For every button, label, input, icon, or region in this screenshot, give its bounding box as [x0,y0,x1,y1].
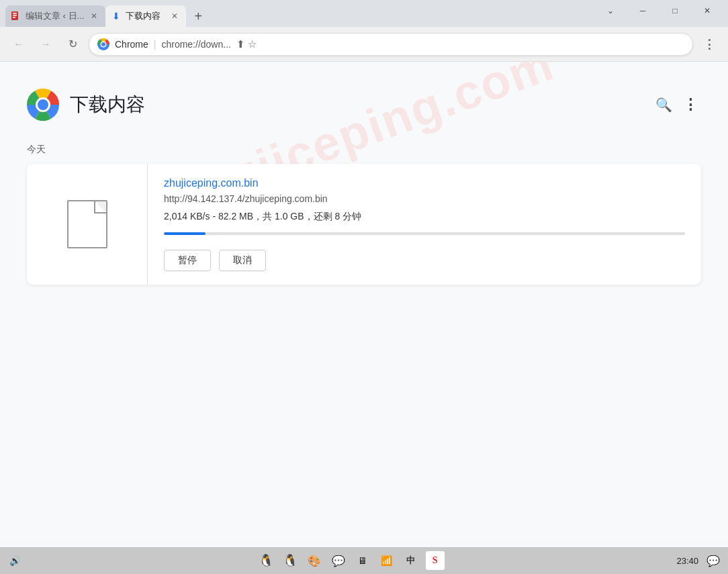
page-more-button[interactable]: ⋮ [680,94,701,115]
tab-strip: 编辑文章 ‹ 日... ✕ ⬇ 下载内容 ✕ + [0,0,590,27]
address-separator: | [154,39,156,50]
bookmark-icon[interactable]: ☆ [248,38,257,50]
chrome-site-icon [97,38,109,50]
taskbar-wechat-icon[interactable]: 💬 [329,551,348,570]
tab-downloads-title: 下载内容 [126,10,165,22]
tab-editor-title: 编辑文章 ‹ 日... [26,10,84,22]
taskbar-right: 23:40 💬 [676,551,723,570]
download-url: http://94.142.137.4/zhujiceping.com.bin [164,193,685,204]
share-icon[interactable]: ⬆ [236,38,245,50]
reload-button[interactable]: ↻ [62,34,83,55]
progress-bar-container [164,232,685,235]
tab-downloads-close[interactable]: ✕ [169,10,181,22]
tab-editor-close[interactable]: ✕ [88,10,100,22]
svg-rect-1 [13,13,17,14]
toolbar-right: ⋮ [698,34,720,55]
new-tab-button[interactable]: + [189,7,208,26]
download-filename[interactable]: zhujiceping.com.bin [164,177,685,189]
taskbar-left: 🔊 [5,551,24,570]
taskbar-sogou-icon[interactable]: S [426,551,445,570]
toolbar: ← → ↻ Chrome | chrome://down... ⬆ ☆ ⋮ [0,27,728,62]
page-title-area: 下载内容 [27,89,145,121]
tab-editor-favicon [11,11,21,21]
taskbar-time: 23:40 [676,556,698,566]
tab-editor[interactable]: 编辑文章 ‹ 日... ✕ [5,5,105,27]
file-icon [67,200,107,248]
taskbar-wifi-icon[interactable]: 📶 [377,551,396,570]
taskbar: 🔊 🐧 🐧 🎨 💬 🖥 📶 中 S 23:40 💬 [0,547,728,574]
address-url: chrome://down... [161,39,231,50]
more-button[interactable]: ⋮ [698,34,720,55]
page-header-actions: 🔍 ⋮ [653,94,701,115]
progress-bar-fill [164,232,206,235]
chrome-logo-icon [27,89,59,121]
address-actions: ⬆ ☆ [236,38,257,50]
page-header: 下载内容 🔍 ⋮ [27,75,701,128]
taskbar-notify-icon[interactable]: 💬 [704,551,723,570]
title-bar: 编辑文章 ‹ 日... ✕ ⬇ 下载内容 ✕ + ⌄ ─ □ ✕ [0,0,728,27]
section-today: 今天 [27,144,701,156]
maximize-button[interactable]: □ [659,0,690,21]
forward-button[interactable]: → [35,34,56,55]
taskbar-display-icon[interactable]: 🖥 [353,551,372,570]
minimize-button[interactable]: ─ [627,0,658,21]
main-content: zhujiceping.com 下载内容 🔍 [0,62,728,547]
file-icon-area [27,164,148,285]
close-button[interactable]: ✕ [692,0,723,21]
address-bar[interactable]: Chrome | chrome://down... ⬆ ☆ [89,33,693,56]
svg-rect-3 [13,17,15,18]
cancel-button[interactable]: 取消 [219,250,266,271]
download-card: zhujiceping.com.bin http://94.142.137.4/… [27,164,701,285]
download-info: zhujiceping.com.bin http://94.142.137.4/… [148,164,701,285]
volume-icon[interactable]: 🔊 [5,551,24,570]
address-site-name: Chrome [115,39,148,50]
tab-downloads[interactable]: ⬇ 下载内容 ✕ [105,5,186,27]
back-button[interactable]: ← [8,34,30,55]
svg-point-8 [101,42,105,46]
taskbar-center: 🐧 🐧 🎨 💬 🖥 📶 中 S [257,551,445,570]
pause-button[interactable]: 暂停 [164,250,211,271]
download-status: 2,014 KB/s - 82.2 MB，共 1.0 GB，还剩 8 分钟 [164,211,685,223]
taskbar-qq2-icon[interactable]: 🐧 [281,551,300,570]
taskbar-ime-icon[interactable]: 中 [402,551,420,570]
download-actions: 暂停 取消 [164,250,685,271]
chevron-button[interactable]: ⌄ [595,0,626,21]
svg-rect-2 [13,15,17,16]
taskbar-color-icon[interactable]: 🎨 [305,551,324,570]
window-controls: ⌄ ─ □ ✕ [590,0,728,27]
svg-point-11 [38,99,48,110]
search-button[interactable]: 🔍 [653,94,674,115]
tab-downloads-favicon: ⬇ [111,11,122,21]
page-title: 下载内容 [70,92,145,117]
taskbar-qq1-icon[interactable]: 🐧 [257,551,275,570]
